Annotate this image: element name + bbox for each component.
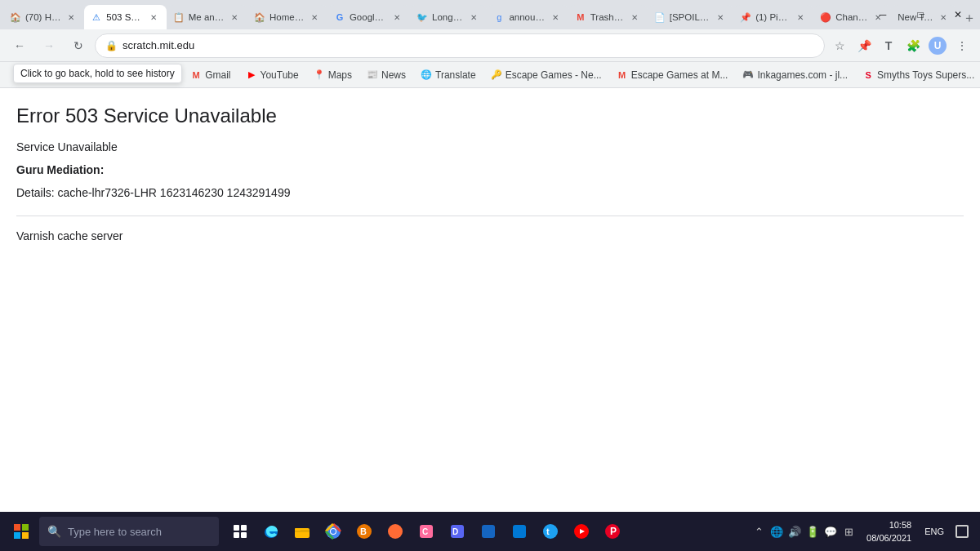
taskbar-clock[interactable]: 10:58 08/06/2021 (860, 518, 918, 545)
clock-date: 08/06/2021 (866, 531, 911, 545)
tab-2-favicon: ⚠ (91, 11, 102, 23)
tray-battery-icon[interactable]: 🔋 (804, 523, 821, 540)
menu-button[interactable]: ⋮ (951, 34, 973, 57)
profile-button[interactable]: U (926, 34, 949, 57)
tab-4-favicon: 🏠 (254, 11, 265, 23)
forward-button[interactable]: → (36, 33, 62, 59)
bookmark-escapem[interactable]: M Escape Games at M... (610, 65, 735, 85)
bookmark-gmail[interactable]: M Gmail (184, 65, 237, 85)
tray-arrow-icon[interactable]: ⌃ (751, 523, 767, 540)
tray-extra-icons[interactable]: ⊞ (840, 523, 857, 540)
translate-label: Translate (435, 69, 476, 81)
notification-square-icon (956, 525, 969, 538)
svg-rect-6 (234, 525, 239, 531)
taskbar-search-box[interactable]: 🔍 Type here to search (39, 517, 219, 546)
bookmark-news[interactable]: 📰 News (360, 65, 412, 85)
svg-rect-23 (482, 525, 495, 538)
tab-1-close[interactable]: ✕ (65, 11, 78, 24)
tray-messaging-icon[interactable]: 💬 (822, 523, 839, 540)
tab-6-close[interactable]: ✕ (467, 11, 480, 24)
escapem-label: Escape Games at M... (631, 69, 728, 81)
close-button[interactable]: ✕ (939, 0, 977, 29)
blender-icon[interactable]: B (350, 517, 379, 546)
svg-text:P: P (610, 526, 617, 537)
app-icon-10[interactable] (505, 517, 534, 546)
tab-9-title: [SPOILE... (670, 12, 710, 22)
tab-7-title: announ... (509, 12, 545, 22)
address-bar[interactable]: 🔒 scratch.mit.edu (95, 33, 825, 58)
tab-5-favicon: G (334, 11, 345, 23)
svg-text:D: D (452, 527, 458, 536)
tab-3-close[interactable]: ✕ (228, 11, 241, 24)
tray-network-icon[interactable]: 🌐 (768, 523, 785, 540)
pinterest-taskbar-icon[interactable]: P (598, 517, 627, 546)
start-button[interactable] (7, 517, 36, 546)
taskbar-search-icon: 🔍 (47, 525, 61, 538)
tab-5[interactable]: G Google ... ✕ (327, 5, 410, 29)
bookmark-inkagames[interactable]: 🎮 Inkagames.com - jl... (736, 65, 854, 85)
tab-6[interactable]: 🐦 Longw... ✕ (410, 5, 487, 29)
back-icon: ← (14, 39, 25, 52)
tab-8[interactable]: M Trash -... ✕ (568, 5, 648, 29)
extension-t-button[interactable]: T (877, 34, 900, 57)
youtube-icon: ▶ (246, 69, 257, 81)
game-icon[interactable] (474, 517, 503, 546)
edge-browser-icon[interactable] (256, 517, 286, 546)
tab-7-close[interactable]: ✕ (549, 11, 562, 24)
tab-10-favicon: 📌 (740, 11, 751, 23)
maximize-button[interactable]: □ (902, 0, 939, 29)
varnish-text: Varnish cache server (16, 229, 964, 242)
minimize-button[interactable]: ─ (864, 0, 902, 29)
language-indicator[interactable]: ENG (921, 527, 947, 536)
bookmark-translate[interactable]: 🌐 Translate (414, 65, 483, 85)
task-view-button[interactable] (225, 517, 255, 546)
bookmark-escape[interactable]: 🔑 Escape Games - Ne... (484, 65, 608, 85)
reload-icon: ↻ (74, 39, 83, 52)
extension-button[interactable]: 🧩 (902, 34, 924, 57)
back-button[interactable]: ← Click to go back, hold to see history (7, 33, 33, 59)
youtube-taskbar-icon[interactable] (567, 517, 596, 546)
lock-icon: 🔒 (105, 40, 118, 51)
tab-10[interactable]: 📌 (1) Pint... ✕ (733, 5, 813, 29)
reload-button[interactable]: ↻ (65, 33, 91, 59)
bookmark-maps[interactable]: 📍 Maps (307, 65, 359, 85)
tab-5-close[interactable]: ✕ (390, 11, 403, 24)
bookmark-star-button[interactable]: ☆ (828, 34, 851, 57)
bookmark-smyths[interactable]: S Smyths Toys Supers... (856, 65, 980, 85)
tab-6-title: Longw... (432, 12, 464, 22)
maps-label: Maps (328, 69, 352, 81)
clip-studio-icon[interactable]: C (412, 517, 441, 546)
tab-5-title: Google ... (350, 12, 387, 22)
tab-4-close[interactable]: ✕ (308, 11, 321, 24)
tab-10-close[interactable]: ✕ (794, 11, 807, 24)
svg-rect-7 (241, 525, 247, 531)
bookmark-youtube[interactable]: ▶ YouTube (239, 65, 305, 85)
pinterest-icon-button[interactable]: 📌 (853, 34, 875, 57)
tab-4[interactable]: 🏠 Home |... ✕ (247, 5, 327, 29)
tab-7[interactable]: g announ... ✕ (487, 5, 568, 29)
notification-button[interactable] (951, 520, 973, 543)
tab-3[interactable]: 📋 Me and... ✕ (167, 5, 247, 29)
file-explorer-icon[interactable] (287, 517, 317, 546)
translate-icon: 🌐 (421, 69, 432, 81)
taskbar-search-placeholder: Type here to search (68, 526, 162, 538)
discord-icon[interactable]: D (443, 517, 472, 546)
gmail-icon: M (190, 69, 202, 81)
tab-8-close[interactable]: ✕ (628, 11, 641, 24)
tab-1[interactable]: 🏠 (70) Ha... ✕ (3, 5, 84, 29)
app-icon-6[interactable] (381, 517, 410, 546)
tab-9-close[interactable]: ✕ (714, 11, 727, 24)
inkagames-label: Inkagames.com - jl... (757, 69, 848, 81)
chrome-icon[interactable] (318, 517, 348, 546)
tab-6-favicon: 🐦 (416, 11, 428, 23)
twitter-icon[interactable]: t (536, 517, 565, 546)
tray-volume-icon[interactable]: 🔊 (786, 523, 803, 540)
tab-3-favicon: 📋 (173, 11, 185, 23)
svg-rect-4 (14, 532, 20, 539)
tab-9[interactable]: 📄 [SPOILE... ✕ (648, 5, 733, 29)
svg-point-25 (543, 524, 558, 539)
tab-2[interactable]: ⚠ 503 Ser... ✕ (84, 5, 167, 29)
escape-icon: 🔑 (491, 69, 502, 81)
smyths-label: Smyths Toys Supers... (877, 69, 974, 81)
tab-2-close[interactable]: ✕ (147, 11, 160, 24)
